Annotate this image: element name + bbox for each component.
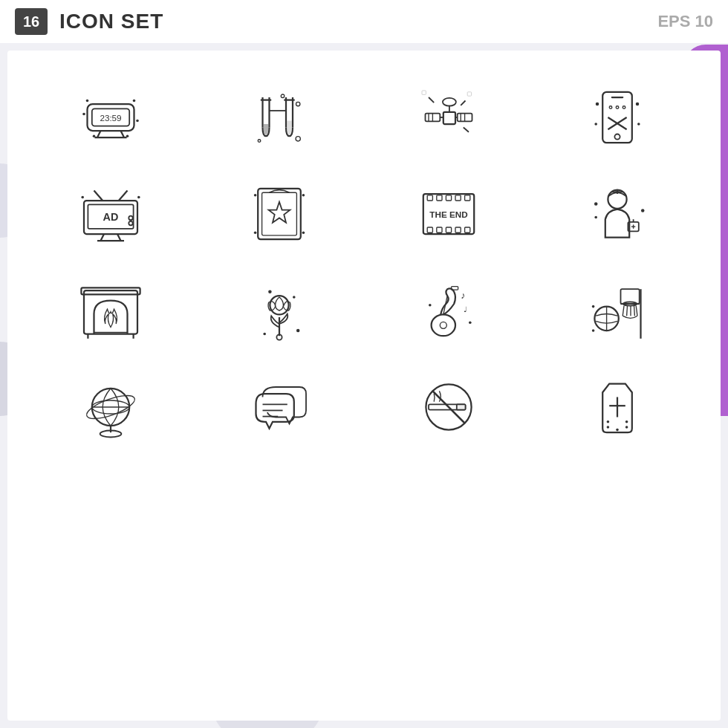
coffin-icon-cell	[537, 363, 699, 452]
fireplace-icon	[77, 277, 144, 344]
svg-line-119	[634, 306, 635, 316]
svg-line-120	[636, 306, 637, 316]
svg-rect-23	[443, 112, 455, 124]
svg-point-42	[609, 106, 612, 109]
svg-point-50	[637, 123, 640, 126]
svg-rect-77	[437, 227, 442, 233]
svg-point-91	[595, 216, 598, 219]
basketball-icon-cell	[537, 266, 699, 355]
tv-ad-icon-cell: AD	[30, 169, 192, 259]
svg-point-69	[302, 231, 305, 234]
svg-point-6	[136, 120, 139, 123]
svg-rect-64	[262, 192, 297, 235]
svg-text:♪: ♪	[461, 290, 465, 301]
svg-point-111	[429, 304, 432, 307]
main-content: 23:59	[7, 51, 721, 721]
svg-rect-107	[451, 287, 458, 290]
svg-rect-38	[467, 92, 471, 96]
svg-line-36	[464, 128, 469, 132]
svg-marker-65	[269, 202, 290, 223]
chat-icon	[246, 374, 313, 441]
clock-icon-cell: 23:59	[30, 73, 192, 162]
svg-point-59	[129, 216, 132, 220]
svg-line-35	[461, 101, 465, 105]
svg-rect-80	[464, 227, 469, 233]
svg-point-143	[607, 426, 610, 429]
clock-icon: 23:59	[77, 84, 144, 151]
basketball-icon	[584, 277, 651, 344]
header-eps: EPS 10	[657, 12, 713, 31]
svg-point-102	[293, 296, 296, 299]
svg-point-124	[592, 305, 595, 308]
star-card-icon-cell	[199, 169, 361, 259]
svg-line-117	[627, 306, 628, 316]
svg-point-101	[268, 290, 272, 294]
svg-rect-63	[258, 189, 301, 239]
guitar-icon-cell: ♪ ♩	[368, 266, 530, 355]
svg-rect-72	[437, 195, 442, 201]
svg-point-145	[616, 429, 619, 432]
svg-line-9	[97, 131, 101, 137]
chat-icon-cell	[199, 363, 361, 452]
mobile-tools-icon-cell	[537, 73, 699, 162]
svg-line-54	[100, 234, 104, 241]
svg-point-20	[258, 140, 261, 143]
svg-point-44	[623, 106, 625, 109]
no-smoking-icon	[415, 374, 482, 441]
svg-text:♩: ♩	[464, 305, 467, 313]
rose-icon	[246, 277, 313, 344]
globe-icon-cell	[30, 363, 192, 452]
svg-rect-73	[446, 195, 451, 201]
svg-rect-78	[446, 227, 451, 233]
svg-rect-76	[427, 227, 432, 233]
star-card-icon	[246, 181, 313, 247]
globe-icon	[77, 374, 144, 441]
svg-point-33	[443, 98, 456, 106]
svg-point-43	[616, 106, 619, 109]
svg-rect-75	[464, 195, 469, 201]
svg-point-125	[592, 329, 595, 332]
tv-ad-icon: AD	[77, 181, 144, 247]
svg-text:AD: AD	[103, 211, 118, 223]
svg-line-58	[119, 191, 128, 201]
svg-point-61	[81, 196, 84, 199]
guitar-icon: ♪ ♩	[415, 277, 482, 344]
svg-point-5	[82, 113, 85, 116]
svg-text:23:59: 23:59	[100, 113, 121, 123]
satellite-icon-cell	[368, 73, 530, 162]
svg-point-18	[282, 94, 285, 98]
svg-rect-71	[427, 195, 432, 201]
svg-point-99	[270, 296, 289, 314]
svg-point-60	[129, 221, 132, 225]
svg-rect-74	[455, 195, 461, 201]
svg-point-92	[641, 209, 645, 212]
svg-point-67	[302, 194, 305, 197]
satellite-icon	[415, 84, 482, 151]
svg-point-68	[254, 231, 257, 234]
nurse-icon	[584, 181, 651, 247]
svg-point-90	[594, 202, 598, 206]
svg-point-62	[137, 196, 140, 199]
svg-point-106	[440, 322, 446, 328]
svg-point-4	[132, 100, 135, 103]
svg-point-3	[85, 100, 88, 103]
header: 16 ICON SET EPS 10	[0, 0, 728, 43]
svg-point-48	[636, 103, 640, 106]
svg-rect-79	[455, 227, 461, 233]
the-end-icon-cell: THE END	[368, 169, 530, 259]
svg-line-34	[429, 97, 434, 103]
svg-rect-138	[457, 404, 466, 409]
svg-point-19	[296, 102, 300, 105]
svg-line-116	[623, 306, 624, 316]
the-end-icon: THE END	[415, 181, 482, 247]
svg-rect-39	[602, 92, 632, 143]
svg-point-41	[615, 134, 620, 140]
svg-point-47	[596, 103, 599, 106]
rose-icon-cell	[199, 266, 361, 355]
header-title: ICON SET	[59, 10, 163, 33]
svg-point-112	[469, 321, 472, 324]
svg-point-144	[625, 426, 628, 429]
test-tubes-icon	[246, 84, 313, 151]
svg-rect-37	[422, 91, 426, 94]
svg-point-103	[264, 333, 267, 336]
